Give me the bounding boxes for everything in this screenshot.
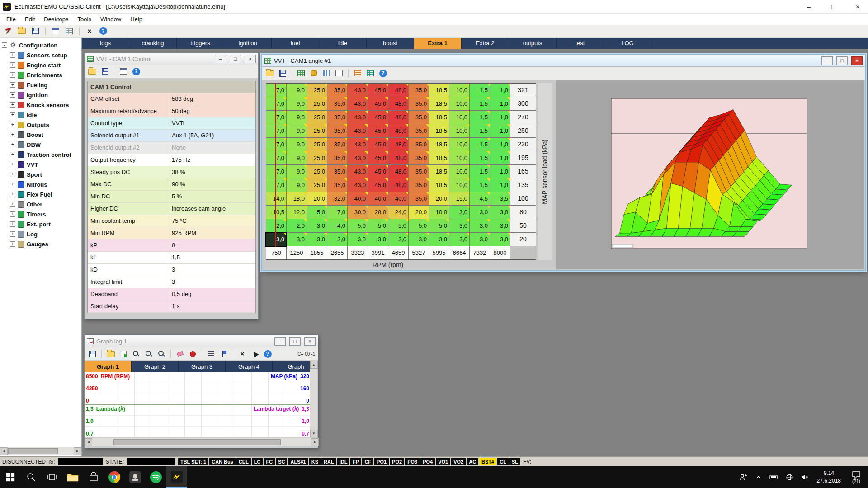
zoom-fit-button[interactable]: [156, 349, 167, 359]
expand-icon[interactable]: +: [10, 122, 15, 127]
expand-icon[interactable]: +: [10, 231, 15, 237]
expand-icon[interactable]: +: [10, 72, 15, 78]
table-orange-button[interactable]: [352, 68, 363, 78]
map-cell[interactable]: 25,0: [307, 124, 327, 137]
map-cell[interactable]: 18,5: [429, 151, 449, 164]
maximize-button[interactable]: □: [836, 56, 848, 65]
map-cell[interactable]: 7,0: [266, 84, 286, 97]
map-cell[interactable]: 3,0: [490, 206, 510, 219]
param-row-min-coolant-temp[interactable]: Min coolant temp75 °C: [88, 215, 255, 227]
map-cell[interactable]: 7,0: [266, 138, 286, 151]
map-cell[interactable]: 1,0: [490, 84, 510, 97]
load-axis-cell[interactable]: 50: [510, 219, 536, 232]
map-cell[interactable]: 43,0: [348, 178, 368, 192]
sidebar-item-enrichments[interactable]: +Enrichments: [2, 70, 81, 80]
rpm-axis-cell[interactable]: 1250: [287, 246, 307, 259]
map-cell[interactable]: 9,0: [287, 97, 307, 110]
tab-logs[interactable]: logs: [82, 38, 129, 49]
map-cell[interactable]: 35,0: [409, 192, 429, 205]
graph-tab-graph-4[interactable]: Graph 4: [226, 361, 273, 372]
minimize-button[interactable]: –: [274, 337, 286, 346]
map-cell[interactable]: 25,0: [307, 97, 327, 110]
open-button[interactable]: [105, 349, 116, 359]
scroll-right-icon[interactable]: ►: [74, 447, 81, 455]
cam-control-titlebar[interactable]: VVT - CAM 1 Control – □ ×: [85, 53, 258, 65]
help-button[interactable]: ?: [262, 349, 273, 359]
map-cell[interactable]: 10,0: [449, 138, 469, 151]
sidebar-item-sport[interactable]: +Sport: [2, 169, 81, 179]
map-cell[interactable]: 4,0: [327, 219, 347, 232]
scroll-down-icon[interactable]: ▼: [310, 430, 318, 437]
map-cell[interactable]: 35,0: [327, 111, 347, 124]
param-row-min-rpm[interactable]: Min RPM925 RPM: [88, 227, 255, 239]
map-cell[interactable]: 18,5: [429, 97, 449, 110]
map-cell[interactable]: 18,5: [429, 84, 449, 97]
menu-desktops[interactable]: Desktops: [39, 14, 73, 24]
graph-hscrollbar[interactable]: ◄ ►: [85, 438, 319, 446]
map-cell[interactable]: 1,5: [470, 151, 490, 164]
map-cell[interactable]: 9,0: [287, 124, 307, 137]
map-cell[interactable]: 35,0: [327, 178, 347, 192]
map-cell[interactable]: 1,5: [470, 84, 490, 97]
rpm-axis-cell[interactable]: 5327: [409, 246, 429, 259]
map-cell[interactable]: 3,0: [470, 233, 490, 246]
close-button[interactable]: ×: [847, 0, 868, 13]
map-cell[interactable]: 3,0: [449, 206, 469, 219]
map-cell[interactable]: 9,0: [287, 138, 307, 151]
help-button[interactable]: ?: [98, 26, 108, 36]
pointer-button[interactable]: [250, 349, 260, 359]
map-cell[interactable]: 3,0: [449, 219, 469, 232]
close-button[interactable]: ×: [851, 56, 863, 65]
map-cell[interactable]: 1,0: [490, 124, 510, 137]
graph-vscrollbar[interactable]: ▲ ▼: [310, 361, 317, 437]
tray-overflow-button[interactable]: [752, 466, 765, 488]
sidebar-item-knock-sensors[interactable]: +Knock sensors: [2, 100, 81, 110]
map-cell[interactable]: 14,0: [266, 192, 286, 205]
param-value[interactable]: 1,5: [168, 252, 255, 263]
map-cell[interactable]: 32,0: [327, 192, 347, 205]
rpm-axis-cell[interactable]: 6664: [449, 246, 469, 259]
map-cell[interactable]: 18,5: [429, 124, 449, 137]
map-cell[interactable]: 18,5: [429, 165, 449, 178]
map-cell[interactable]: 1,5: [470, 97, 490, 110]
map-cell[interactable]: 3,0: [470, 206, 490, 219]
map-cell[interactable]: 1,5: [470, 124, 490, 137]
map-cell[interactable]: 1,0: [490, 178, 510, 192]
map-cell[interactable]: 40,0: [388, 192, 408, 205]
eraser-button[interactable]: [175, 349, 185, 359]
map-cell[interactable]: 5,0: [388, 219, 408, 232]
sidebar-item-ext-port[interactable]: +Ext. port: [2, 219, 81, 229]
close-button[interactable]: ×: [304, 337, 316, 346]
rpm-axis-cell[interactable]: 1855: [307, 246, 327, 259]
map-cell[interactable]: 7,0: [266, 151, 286, 164]
map-cell[interactable]: 10,0: [429, 206, 449, 219]
param-value[interactable]: 38 %: [168, 166, 255, 178]
minimize-button[interactable]: –: [215, 55, 226, 63]
rpm-axis-cell[interactable]: 4659: [388, 246, 408, 259]
param-row-ki[interactable]: kI1,5: [88, 252, 255, 264]
map-cell[interactable]: 5,0: [307, 206, 327, 219]
param-row-kp[interactable]: kP8: [88, 239, 255, 252]
expand-icon[interactable]: +: [10, 62, 15, 68]
map-cell[interactable]: 48,0: [388, 84, 408, 97]
map-cell[interactable]: 18,0: [287, 192, 307, 205]
tab-fuel[interactable]: fuel: [272, 38, 319, 49]
map-cell[interactable]: 1,0: [490, 111, 510, 124]
sidebar-item-flex-fuel[interactable]: +Flex Fuel: [2, 189, 81, 199]
map-cell[interactable]: 10,0: [449, 84, 469, 97]
map-cell[interactable]: 35,0: [327, 97, 347, 110]
map-cell[interactable]: 3,0: [490, 219, 510, 232]
maximize-button[interactable]: □: [230, 55, 241, 63]
tab-extra-1[interactable]: Extra 1: [414, 38, 462, 49]
expand-icon[interactable]: +: [10, 92, 15, 98]
scroll-left-icon[interactable]: ◄: [85, 438, 92, 446]
load-axis-cell[interactable]: 230: [510, 138, 536, 151]
map-cell[interactable]: 20,0: [409, 206, 429, 219]
map-cell[interactable]: 10,5: [266, 206, 286, 219]
map-cell[interactable]: 9,0: [287, 151, 307, 164]
map-cell[interactable]: 10,0: [449, 97, 469, 110]
map-cell[interactable]: 45,0: [368, 165, 388, 178]
graph-log-titlebar[interactable]: Graph log 1 – □ ×: [85, 335, 318, 347]
people-tray-button[interactable]: [736, 466, 750, 488]
param-value[interactable]: 925 RPM: [168, 227, 255, 239]
